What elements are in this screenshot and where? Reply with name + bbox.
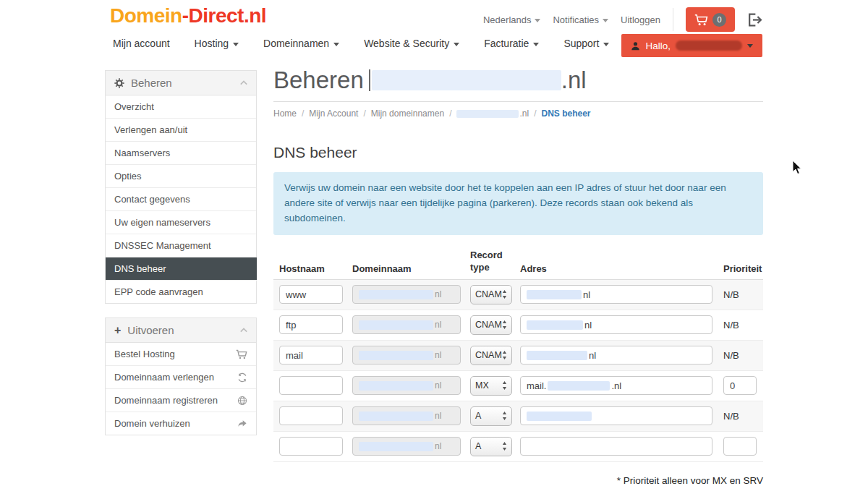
breadcrumb-link-mijn-account[interactable]: Mijn Account <box>309 108 358 119</box>
hostnaam-input[interactable] <box>279 437 343 456</box>
record-type-value: A <box>475 411 481 421</box>
sidebar-item-label: Naamservers <box>114 148 170 158</box>
top-utility-bar: NederlandsNotificatiesUitloggen 0 <box>483 6 762 33</box>
nav-item-hosting[interactable]: Hosting <box>195 38 239 49</box>
mouse-cursor <box>792 161 802 178</box>
adres-input[interactable]: nl <box>520 346 712 364</box>
chevron-down-icon <box>233 43 239 46</box>
nav-item-domeinnamen[interactable]: Domeinnamen <box>263 38 339 49</box>
chevron-up-icon <box>240 80 247 85</box>
record-type-select[interactable]: CNAM <box>470 346 512 365</box>
prioriteit-input[interactable] <box>723 376 757 395</box>
sidebar-item-dnssec-management[interactable]: DNSSEC Management <box>106 234 256 257</box>
page: { "colors": { "brand_orange": "#F9A51C",… <box>0 0 868 486</box>
breadcrumb-current[interactable]: DNS beheer <box>542 108 591 119</box>
prioriteit-value: N/B <box>723 289 739 300</box>
sidebar: BeherenOverzichtVerlengen aan/uitNaamser… <box>105 70 257 449</box>
record-type-select[interactable]: MX <box>470 376 512 396</box>
sidebar-item-label: Bestel Hosting <box>114 349 175 359</box>
user-icon <box>631 41 640 51</box>
adres-input[interactable]: mail..nl <box>520 376 712 395</box>
adres-input[interactable] <box>520 437 712 456</box>
redacted-adres <box>527 290 582 299</box>
priority-footnote: * Prioriteit alleen voor MX en SRV <box>273 475 763 486</box>
sidebar-item-epp-code-aanvragen[interactable]: EPP code aanvragen <box>106 281 256 303</box>
column-header-record-type: Record type <box>464 250 514 274</box>
breadcrumb-link-domain[interactable]: .nl <box>456 108 529 119</box>
hostnaam-input[interactable] <box>279 285 343 304</box>
redacted-domain <box>359 320 433 330</box>
hostnaam-input[interactable] <box>279 346 343 364</box>
record-type-select[interactable]: A <box>470 437 512 456</box>
sidebar-item-domein-verhuizen[interactable]: Domein verhuizen <box>106 412 256 435</box>
record-type-select[interactable]: CNAM <box>470 285 512 304</box>
nav-item-facturatie[interactable]: Facturatie <box>484 38 539 49</box>
sidebar-item-label: Overzicht <box>114 101 154 112</box>
logout-icon[interactable] <box>747 13 762 27</box>
adres-input[interactable]: nl <box>520 315 712 334</box>
site-logo[interactable]: Domein-Direct.nl <box>110 4 266 27</box>
sidebar-item-domeinnaam-verlengen[interactable]: Domeinnaam verlengen <box>106 366 256 389</box>
dns-records-table: HostnaamDomeinnaamRecord typeAdresPriori… <box>273 250 763 462</box>
arrow-icon <box>237 419 247 428</box>
sidebar-section-header-beheren[interactable]: Beheren <box>106 71 256 95</box>
table-row: nlCNAMnlN/B <box>273 280 763 310</box>
adres-input[interactable]: nl <box>520 285 712 304</box>
prioriteit-input[interactable] <box>723 437 757 456</box>
refresh-icon <box>237 372 247 383</box>
table-header-row: HostnaamDomeinnaamRecord typeAdresPriori… <box>273 250 763 280</box>
sidebar-section-uitvoeren: +UitvoerenBestel HostingDomeinnaam verle… <box>105 317 257 435</box>
domain-suffix: nl <box>435 350 441 360</box>
sidebar-item-contact-gegevens[interactable]: Contact gegevens <box>106 188 256 211</box>
sidebar-item-label: Opties <box>114 171 142 182</box>
adres-input[interactable] <box>520 406 712 425</box>
cart-button[interactable]: 0 <box>686 7 735 32</box>
sidebar-item-label: Domeinnaam registreren <box>114 395 218 406</box>
record-type-select[interactable]: CNAM <box>470 315 512 335</box>
top-link-uitloggen[interactable]: Uitloggen <box>621 14 660 25</box>
sidebar-item-label: Uw eigen nameservers <box>114 217 210 228</box>
cart-icon <box>694 14 708 26</box>
table-row: nlMXmail..nl <box>273 371 763 401</box>
record-type-select[interactable]: A <box>470 406 512 426</box>
top-link-label: Uitloggen <box>621 14 660 25</box>
nav-item-mijn-account[interactable]: Mijn account <box>113 38 170 49</box>
sidebar-item-label: DNSSEC Management <box>114 240 211 251</box>
sidebar-item-bestel-hosting[interactable]: Bestel Hosting <box>106 343 256 366</box>
hostnaam-input[interactable] <box>279 315 343 334</box>
breadcrumb: Home/Mijn Account/Mijn domeinnamen/.nl/D… <box>273 108 763 119</box>
domain-suffix: nl <box>435 441 441 451</box>
chevron-down-icon <box>533 43 539 46</box>
column-header-domeinnaam: Domeinnaam <box>346 263 464 274</box>
sidebar-item-uw-eigen-nameservers[interactable]: Uw eigen nameservers <box>106 211 256 234</box>
account-menu-button[interactable]: Hallo, <box>621 34 762 57</box>
sidebar-item-opties[interactable]: Opties <box>106 165 256 188</box>
sidebar-item-verlengen-aan-uit[interactable]: Verlengen aan/uit <box>106 119 256 142</box>
logo-part2: -Direct.nl <box>182 4 266 27</box>
nav-item-website-security[interactable]: Website & Security <box>364 38 459 49</box>
info-text: Verwijs uw domein naar een website door … <box>284 182 726 223</box>
chevron-down-icon <box>333 43 339 46</box>
nav-item-label: Hosting <box>195 38 229 49</box>
domain-suffix: nl <box>435 320 441 330</box>
sidebar-section-header-uitvoeren[interactable]: +Uitvoeren <box>106 318 256 343</box>
column-header-adres: Adres <box>514 263 718 274</box>
domeinnaam-input-disabled: nl <box>352 376 461 395</box>
prioriteit-value: N/B <box>723 411 739 422</box>
sidebar-item-naamservers[interactable]: Naamservers <box>106 142 256 165</box>
nav-item-label: Website & Security <box>364 38 449 49</box>
sidebar-item-dns-beheer[interactable]: DNS beheer <box>106 257 257 281</box>
sidebar-item-domeinnaam-registreren[interactable]: Domeinnaam registreren <box>106 389 256 412</box>
breadcrumb-link-home[interactable]: Home <box>273 108 297 119</box>
select-arrows-icon <box>502 381 507 390</box>
nav-item-support[interactable]: Support <box>563 38 609 49</box>
sidebar-item-overzicht[interactable]: Overzicht <box>106 95 256 119</box>
hostnaam-input[interactable] <box>279 406 343 425</box>
hostnaam-input[interactable] <box>279 376 343 395</box>
breadcrumb-link-mijn-domeinnamen[interactable]: Mijn domeinnamen <box>371 108 444 119</box>
top-link-nederlands[interactable]: Nederlands <box>483 14 541 25</box>
table-row: nlA <box>273 432 763 462</box>
cart-count-badge: 0 <box>712 13 726 27</box>
chevron-up-icon <box>240 328 247 333</box>
top-link-notificaties[interactable]: Notificaties <box>553 14 608 25</box>
